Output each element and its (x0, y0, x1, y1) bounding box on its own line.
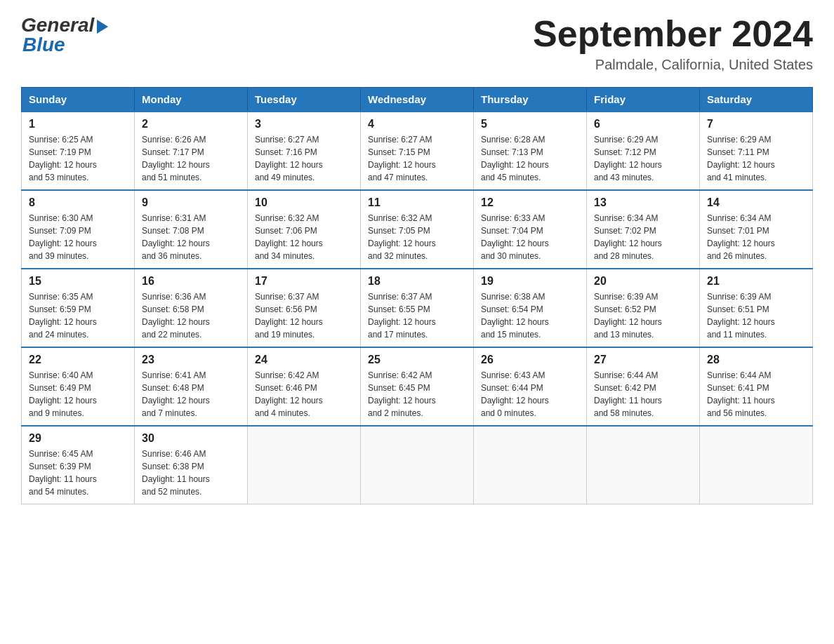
calendar-cell: 21Sunrise: 6:39 AMSunset: 6:51 PMDayligh… (700, 269, 813, 347)
title-section: September 2024 Palmdale, California, Uni… (533, 14, 813, 73)
week-row-5: 29Sunrise: 6:45 AMSunset: 6:39 PMDayligh… (22, 426, 813, 504)
calendar-cell: 5Sunrise: 6:28 AMSunset: 7:13 PMDaylight… (474, 112, 587, 190)
day-info: Sunrise: 6:34 AMSunset: 7:01 PMDaylight:… (707, 212, 805, 262)
day-info: Sunrise: 6:39 AMSunset: 6:52 PMDaylight:… (594, 290, 692, 341)
day-info: Sunrise: 6:25 AMSunset: 7:19 PMDaylight:… (29, 133, 127, 184)
calendar-cell: 6Sunrise: 6:29 AMSunset: 7:12 PMDaylight… (587, 112, 700, 190)
calendar-cell: 19Sunrise: 6:38 AMSunset: 6:54 PMDayligh… (474, 269, 587, 347)
day-number: 8 (29, 196, 127, 209)
day-number: 23 (142, 354, 240, 366)
logo-blue-text: Blue (22, 34, 65, 56)
calendar-cell: 10Sunrise: 6:32 AMSunset: 7:06 PMDayligh… (248, 190, 361, 269)
week-row-1: 1Sunrise: 6:25 AMSunset: 7:19 PMDaylight… (22, 112, 813, 190)
calendar-cell: 27Sunrise: 6:44 AMSunset: 6:42 PMDayligh… (587, 347, 700, 426)
calendar-cell: 2Sunrise: 6:26 AMSunset: 7:17 PMDaylight… (135, 112, 248, 190)
day-number: 21 (707, 275, 805, 288)
header-sunday: Sunday (22, 88, 135, 112)
day-info: Sunrise: 6:27 AMSunset: 7:15 PMDaylight:… (368, 133, 466, 184)
day-info: Sunrise: 6:36 AMSunset: 6:58 PMDaylight:… (142, 290, 240, 341)
day-number: 16 (142, 275, 240, 288)
day-number: 12 (481, 196, 579, 209)
logo: General Blue (21, 14, 108, 56)
calendar-cell: 9Sunrise: 6:31 AMSunset: 7:08 PMDaylight… (135, 190, 248, 269)
calendar-title: September 2024 (533, 14, 813, 54)
calendar-cell: 26Sunrise: 6:43 AMSunset: 6:44 PMDayligh… (474, 347, 587, 426)
day-number: 18 (368, 275, 466, 288)
day-info: Sunrise: 6:27 AMSunset: 7:16 PMDaylight:… (255, 133, 353, 184)
day-info: Sunrise: 6:38 AMSunset: 6:54 PMDaylight:… (481, 290, 579, 341)
day-info: Sunrise: 6:31 AMSunset: 7:08 PMDaylight:… (142, 212, 240, 262)
calendar-cell (361, 426, 474, 504)
day-info: Sunrise: 6:41 AMSunset: 6:48 PMDaylight:… (142, 369, 240, 420)
calendar-header-row: SundayMondayTuesdayWednesdayThursdayFrid… (22, 88, 813, 112)
calendar-cell (700, 426, 813, 504)
calendar-cell: 25Sunrise: 6:42 AMSunset: 6:45 PMDayligh… (361, 347, 474, 426)
calendar-cell: 1Sunrise: 6:25 AMSunset: 7:19 PMDaylight… (22, 112, 135, 190)
calendar-cell: 13Sunrise: 6:34 AMSunset: 7:02 PMDayligh… (587, 190, 700, 269)
calendar-cell: 17Sunrise: 6:37 AMSunset: 6:56 PMDayligh… (248, 269, 361, 347)
calendar-cell: 15Sunrise: 6:35 AMSunset: 6:59 PMDayligh… (22, 269, 135, 347)
day-info: Sunrise: 6:32 AMSunset: 7:05 PMDaylight:… (368, 212, 466, 262)
day-info: Sunrise: 6:28 AMSunset: 7:13 PMDaylight:… (481, 133, 579, 184)
day-number: 29 (29, 432, 127, 445)
calendar-cell: 29Sunrise: 6:45 AMSunset: 6:39 PMDayligh… (22, 426, 135, 504)
day-number: 27 (594, 354, 692, 366)
day-info: Sunrise: 6:39 AMSunset: 6:51 PMDaylight:… (707, 290, 805, 341)
header-saturday: Saturday (700, 88, 813, 112)
calendar-cell: 4Sunrise: 6:27 AMSunset: 7:15 PMDaylight… (361, 112, 474, 190)
day-number: 20 (594, 275, 692, 288)
calendar-cell: 14Sunrise: 6:34 AMSunset: 7:01 PMDayligh… (700, 190, 813, 269)
day-info: Sunrise: 6:33 AMSunset: 7:04 PMDaylight:… (481, 212, 579, 262)
day-number: 17 (255, 275, 353, 288)
calendar-cell: 8Sunrise: 6:30 AMSunset: 7:09 PMDaylight… (22, 190, 135, 269)
day-number: 19 (481, 275, 579, 288)
calendar-cell (587, 426, 700, 504)
day-number: 7 (707, 118, 805, 130)
calendar-cell (474, 426, 587, 504)
calendar-cell: 20Sunrise: 6:39 AMSunset: 6:52 PMDayligh… (587, 269, 700, 347)
day-info: Sunrise: 6:37 AMSunset: 6:56 PMDaylight:… (255, 290, 353, 341)
calendar-cell: 22Sunrise: 6:40 AMSunset: 6:49 PMDayligh… (22, 347, 135, 426)
day-info: Sunrise: 6:26 AMSunset: 7:17 PMDaylight:… (142, 133, 240, 184)
day-number: 5 (481, 118, 579, 130)
header-monday: Monday (135, 88, 248, 112)
calendar-cell: 16Sunrise: 6:36 AMSunset: 6:58 PMDayligh… (135, 269, 248, 347)
logo-triangle-icon (97, 20, 108, 34)
day-info: Sunrise: 6:30 AMSunset: 7:09 PMDaylight:… (29, 212, 127, 262)
day-info: Sunrise: 6:34 AMSunset: 7:02 PMDaylight:… (594, 212, 692, 262)
day-number: 14 (707, 196, 805, 209)
day-info: Sunrise: 6:29 AMSunset: 7:12 PMDaylight:… (594, 133, 692, 184)
calendar-subtitle: Palmdale, California, United States (533, 57, 813, 73)
day-info: Sunrise: 6:44 AMSunset: 6:42 PMDaylight:… (594, 369, 692, 420)
day-number: 3 (255, 118, 353, 130)
day-info: Sunrise: 6:43 AMSunset: 6:44 PMDaylight:… (481, 369, 579, 420)
day-info: Sunrise: 6:46 AMSunset: 6:38 PMDaylight:… (142, 448, 240, 498)
calendar-cell (248, 426, 361, 504)
calendar-cell: 7Sunrise: 6:29 AMSunset: 7:11 PMDaylight… (700, 112, 813, 190)
week-row-3: 15Sunrise: 6:35 AMSunset: 6:59 PMDayligh… (22, 269, 813, 347)
calendar-cell: 28Sunrise: 6:44 AMSunset: 6:41 PMDayligh… (700, 347, 813, 426)
header-wednesday: Wednesday (361, 88, 474, 112)
day-info: Sunrise: 6:32 AMSunset: 7:06 PMDaylight:… (255, 212, 353, 262)
day-info: Sunrise: 6:44 AMSunset: 6:41 PMDaylight:… (707, 369, 805, 420)
day-number: 2 (142, 118, 240, 130)
day-number: 30 (142, 432, 240, 445)
day-number: 1 (29, 118, 127, 130)
day-info: Sunrise: 6:29 AMSunset: 7:11 PMDaylight:… (707, 133, 805, 184)
calendar-cell: 12Sunrise: 6:33 AMSunset: 7:04 PMDayligh… (474, 190, 587, 269)
day-info: Sunrise: 6:42 AMSunset: 6:45 PMDaylight:… (368, 369, 466, 420)
day-number: 22 (29, 354, 127, 366)
calendar-cell: 24Sunrise: 6:42 AMSunset: 6:46 PMDayligh… (248, 347, 361, 426)
day-number: 9 (142, 196, 240, 209)
day-number: 11 (368, 196, 466, 209)
calendar-cell: 18Sunrise: 6:37 AMSunset: 6:55 PMDayligh… (361, 269, 474, 347)
day-number: 15 (29, 275, 127, 288)
day-info: Sunrise: 6:35 AMSunset: 6:59 PMDaylight:… (29, 290, 127, 341)
header-tuesday: Tuesday (248, 88, 361, 112)
page-header: General Blue September 2024 Palmdale, Ca… (21, 14, 813, 73)
header-thursday: Thursday (474, 88, 587, 112)
calendar-table: SundayMondayTuesdayWednesdayThursdayFrid… (21, 87, 813, 504)
day-number: 28 (707, 354, 805, 366)
day-info: Sunrise: 6:45 AMSunset: 6:39 PMDaylight:… (29, 448, 127, 498)
calendar-cell: 30Sunrise: 6:46 AMSunset: 6:38 PMDayligh… (135, 426, 248, 504)
